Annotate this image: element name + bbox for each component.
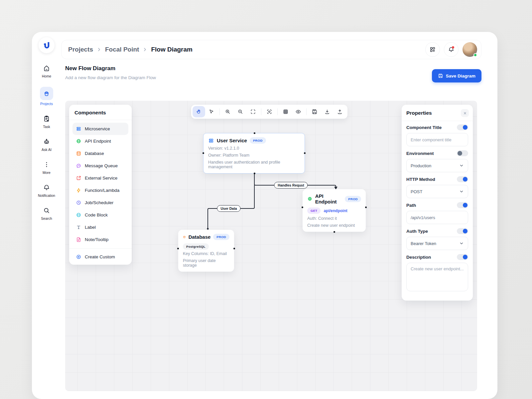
edge-label-user-data[interactable]: User Data [217, 205, 240, 212]
globe-icon [307, 196, 313, 202]
component-item-label[interactable]: Label [72, 221, 128, 233]
component-item-message-queue[interactable]: Message Queue [72, 160, 128, 172]
avatar[interactable] [463, 42, 477, 57]
node-api-endpoint[interactable]: API Endpoint PROD GET api/endpoint Auth:… [303, 189, 366, 232]
field-description: Description [406, 254, 468, 293]
component-item-microservice[interactable]: Microservice [72, 123, 128, 135]
sidebar-item-task[interactable]: Task [42, 114, 51, 129]
sidebar-item-more[interactable]: More [42, 160, 51, 175]
fit-view-icon [250, 109, 256, 115]
field-auth-type: Auth Type Bearer Token [406, 228, 468, 250]
preview-button[interactable] [292, 106, 305, 117]
http-method-select[interactable]: POST [406, 185, 468, 198]
pan-tool-button[interactable] [193, 106, 205, 117]
description-textarea[interactable] [406, 263, 468, 291]
node-title: API Endpoint [315, 193, 342, 204]
sidebar-item-notification[interactable]: Notification [38, 183, 55, 198]
zoom-in-button[interactable] [221, 106, 234, 117]
field-label: Path [406, 203, 416, 208]
environment-select[interactable]: Production [406, 159, 468, 172]
fit-view-button[interactable] [247, 106, 259, 117]
field-label: HTTP Method [406, 177, 435, 182]
robot-icon [43, 138, 50, 145]
upload-button[interactable] [333, 106, 346, 117]
select-tool-button[interactable] [205, 106, 218, 117]
page-subtitle: Add a new flow diagram for the Diagram F… [65, 75, 156, 80]
components-title: Components [69, 105, 132, 120]
database-icon [183, 234, 186, 240]
node-user-service[interactable]: User Service PROD Version: v1.2.1.0 Owne… [203, 133, 305, 174]
environment-toggle[interactable] [457, 150, 468, 156]
description-toggle[interactable] [457, 254, 468, 260]
component-item-code-block[interactable]: Code Block [72, 209, 128, 221]
breadcrumb-focal-point[interactable]: Focal Point [105, 46, 139, 53]
server-icon [76, 126, 81, 132]
component-item-external-service[interactable]: External Service [72, 172, 128, 184]
component-label: API Endpoint [85, 139, 111, 144]
handle-right[interactable] [233, 248, 235, 249]
component-label: Job/Scheduler [85, 200, 113, 205]
node-database[interactable]: Database PROD PostgreSQL Key Columns: ID… [178, 230, 234, 272]
sidebar-item-projects[interactable]: Projects [40, 87, 53, 106]
sidebar-item-label: Home [42, 74, 51, 78]
handle-right[interactable] [304, 152, 306, 154]
component-title-input[interactable] [406, 133, 468, 146]
sidebar-item-ask-ai[interactable]: Ask AI [42, 137, 52, 152]
sidebar-item-home[interactable]: Home [42, 64, 51, 78]
component-item-note-tooltip[interactable]: Note/Tooltip [72, 233, 128, 246]
handle-left[interactable] [202, 152, 204, 154]
apps-button[interactable] [425, 42, 440, 57]
auth-type-toggle[interactable] [457, 228, 468, 234]
floppy-icon [438, 73, 443, 78]
component-title-toggle[interactable] [457, 124, 468, 130]
chevron-down-icon [459, 163, 464, 168]
app-logo[interactable] [39, 37, 55, 53]
path-input[interactable] [406, 211, 468, 224]
snapshot-button[interactable] [263, 106, 276, 117]
handle-left[interactable] [302, 206, 303, 208]
handle-bottom[interactable] [254, 173, 255, 174]
endpoint-link[interactable]: api/endpoint [324, 208, 347, 213]
diagram-canvas[interactable]: Handles Requst User Data User Service PR… [65, 101, 477, 391]
server-icon [208, 138, 214, 144]
download-button[interactable] [321, 106, 333, 117]
grid-toggle-button[interactable] [279, 106, 292, 117]
component-label: Message Queue [85, 163, 118, 168]
component-item-job-scheduler[interactable]: Job/Scheduler [72, 197, 128, 209]
zoom-out-button[interactable] [234, 106, 247, 117]
sidebar-item-label: Notification [38, 194, 55, 198]
edge-label-handles-request[interactable]: Handles Requst [274, 182, 308, 189]
logo-icon [42, 41, 51, 50]
field-component-title: Component Title [406, 124, 468, 146]
node-columns: Key Columns: ID, Email [183, 251, 229, 256]
prod-badge: PROD [213, 234, 229, 240]
field-environment: Environment Production [406, 150, 468, 172]
toolbar-separator [306, 108, 307, 115]
select-value: Bearer Token [411, 241, 436, 246]
path-toggle[interactable] [457, 202, 468, 208]
component-label: Function/Lambda [85, 188, 119, 193]
components-list: Microservice API Endpoint Database Messa… [69, 120, 132, 248]
component-label: Code Block [85, 212, 108, 217]
auth-type-select[interactable]: Bearer Token [406, 237, 468, 250]
create-custom-button[interactable]: Create Custom [69, 249, 132, 265]
handle-right[interactable] [365, 206, 367, 208]
component-item-function-lambda[interactable]: Function/Lambda [72, 184, 128, 197]
component-item-api-endpoint[interactable]: API Endpoint [72, 135, 128, 147]
close-properties-button[interactable] [461, 109, 469, 117]
zoom-out-icon [237, 109, 243, 115]
sidebar-item-search[interactable]: Search [41, 206, 52, 220]
chevron-right-icon [96, 47, 102, 52]
code-icon [76, 212, 81, 218]
notifications-button[interactable] [444, 42, 459, 57]
handle-bottom[interactable] [333, 231, 335, 233]
handle-left[interactable] [177, 248, 179, 249]
handle-top[interactable] [254, 132, 255, 134]
chevron-down-icon [459, 241, 464, 246]
component-label: Note/Tooltip [85, 237, 108, 242]
save-canvas-button[interactable] [308, 106, 321, 117]
breadcrumb-projects[interactable]: Projects [68, 46, 93, 53]
save-diagram-button[interactable]: Save Diagram [432, 69, 481, 82]
http-method-toggle[interactable] [457, 176, 468, 182]
component-item-database[interactable]: Database [72, 147, 128, 160]
